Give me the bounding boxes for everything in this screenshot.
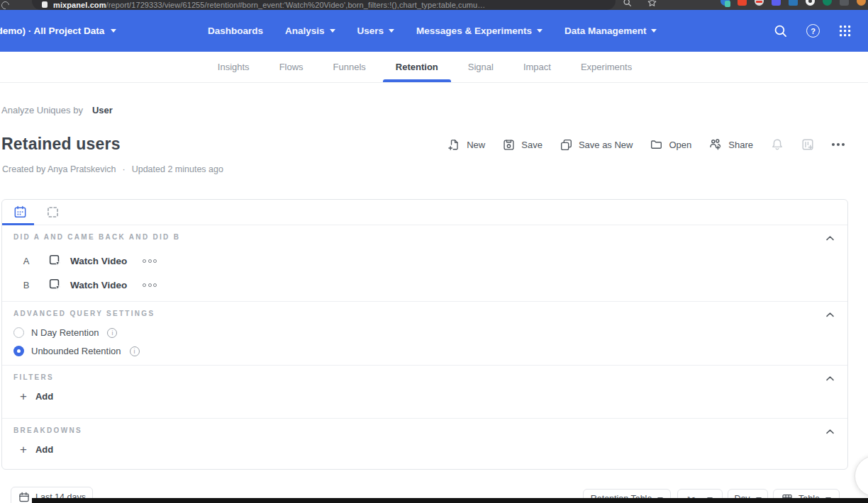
browser-chrome: mixpanel.com/report/1729333/view/61255/r… [0, 0, 868, 10]
calendar-icon [18, 492, 30, 503]
nav-item-label: Data Management [564, 26, 647, 36]
created-by: Created by Anya Pratskevich [2, 164, 116, 174]
advanced-settings-header: ADVANCED QUERY SETTINGS [13, 310, 836, 317]
did-section: DID A AND CAME BACK AND DID B A Watch Vi… [2, 225, 847, 302]
project-name: (demo) · All Project Data [0, 26, 104, 36]
extension-icon[interactable] [755, 0, 764, 6]
tab-retention[interactable]: Retention [393, 52, 441, 82]
search-icon[interactable] [773, 23, 788, 38]
filters-header: FILTERS [13, 373, 836, 381]
extension-icon[interactable] [772, 0, 781, 6]
extension-icon[interactable] [806, 0, 815, 6]
info-icon[interactable]: i [130, 346, 140, 356]
unbounded-retention-option[interactable]: Unbounded Retention i [13, 342, 836, 360]
page-title: Retained users [1, 135, 121, 154]
updated-at: Updated 2 minutes ago [132, 164, 223, 174]
save-as-new-button-label: Save as New [579, 140, 633, 150]
radio-unselected[interactable] [13, 327, 24, 338]
add-breakdown-label: Add [35, 444, 53, 455]
save-as-new-button[interactable]: Save as New [560, 139, 633, 151]
report-meta: Created by Anya Pratskevich · Updated 2 … [2, 164, 223, 174]
query-card-tabs [2, 200, 847, 225]
save-icon [503, 139, 515, 151]
tab-funnels[interactable]: Funnels [330, 52, 369, 82]
radio-label: Unbounded Retention [31, 346, 121, 356]
save-button[interactable]: Save [503, 139, 542, 151]
share-users-icon [709, 138, 722, 151]
add-to-board-icon[interactable] [801, 138, 814, 151]
event-cursor-icon [48, 254, 62, 268]
chevron-down-icon [330, 29, 335, 33]
step-label: A [19, 256, 33, 266]
chevron-up-icon[interactable] [824, 373, 836, 385]
nav-item-dashboards[interactable]: Dashboards [208, 26, 263, 36]
extension-icon[interactable] [738, 0, 747, 6]
help-glyph: ? [811, 27, 816, 35]
apps-grid-icon[interactable] [838, 24, 852, 38]
help-fab-button[interactable] [855, 456, 868, 497]
nav-item-data-management[interactable]: Data Management [564, 26, 657, 36]
event-selector[interactable]: Watch Video [70, 280, 127, 290]
chevron-up-icon[interactable] [824, 309, 836, 321]
tab-flows[interactable]: Flows [277, 52, 306, 82]
event-options-button[interactable] [143, 283, 157, 287]
open-button-label: Open [669, 140, 691, 150]
tab-insights[interactable]: Insights [215, 52, 252, 82]
folder-icon [650, 139, 662, 151]
reload-icon[interactable] [0, 0, 11, 10]
add-filter-label: Add [35, 391, 53, 402]
extension-icon[interactable] [857, 0, 866, 6]
info-icon[interactable]: i [107, 328, 117, 338]
query-builder-card: DID A AND CAME BACK AND DID B A Watch Vi… [1, 199, 848, 470]
nav-item-label: Users [357, 26, 384, 36]
new-button[interactable]: New [448, 139, 485, 151]
extension-icon[interactable] [840, 0, 849, 6]
extension-icon[interactable] [823, 0, 832, 6]
nav-right: ? [773, 10, 852, 52]
info-glyph: i [134, 348, 135, 355]
event-cursor-icon [48, 278, 62, 292]
events-tab-calendar-icon[interactable] [13, 205, 27, 219]
project-switcher[interactable]: (demo) · All Project Data [0, 10, 116, 52]
save-button-label: Save [521, 140, 542, 150]
tab-signal[interactable]: Signal [465, 52, 496, 82]
omnibox-search-icon[interactable] [623, 0, 632, 10]
help-icon[interactable]: ? [806, 24, 820, 38]
url-bar[interactable]: mixpanel.com/report/1729333/view/61255/r… [32, 0, 616, 10]
chevron-down-icon [537, 29, 542, 33]
add-breakdown-button[interactable]: + Add [13, 443, 836, 456]
open-button[interactable]: Open [650, 139, 691, 151]
chevron-up-icon[interactable] [824, 232, 836, 244]
extension-icon[interactable] [720, 0, 730, 6]
event-selector[interactable]: Watch Video [70, 256, 127, 266]
n-day-retention-option[interactable]: N Day Retention i [13, 324, 836, 341]
extension-row [720, 0, 866, 6]
event-options-button[interactable] [143, 259, 157, 263]
analyze-label: Analyze Uniques by [1, 105, 83, 115]
meta-separator: · [123, 164, 126, 174]
top-navbar: (demo) · All Project Data Dashboards Ana… [0, 10, 868, 52]
bookmark-star-icon[interactable] [647, 0, 657, 10]
chevron-up-icon[interactable] [824, 426, 836, 438]
nav-item-users[interactable]: Users [357, 26, 395, 36]
analyze-entity-selector[interactable]: User [92, 105, 113, 115]
tab-impact[interactable]: Impact [521, 52, 554, 82]
breakdowns-header: BREAKDOWNS [13, 426, 836, 434]
background-window-strip [32, 498, 868, 503]
alerts-bell-icon[interactable] [771, 138, 784, 151]
radio-selected[interactable] [13, 346, 24, 356]
site-info-icon[interactable] [42, 1, 48, 8]
retention-type-options: N Day Retention i Unbounded Retention i [13, 324, 836, 360]
event-row-a: A Watch Video [13, 249, 836, 273]
nav-items: Dashboards Analysis Users Messages & Exp… [208, 10, 657, 52]
nav-item-analysis[interactable]: Analysis [285, 26, 335, 36]
plus-icon: + [20, 390, 27, 402]
more-options-button[interactable] [832, 143, 845, 146]
nav-item-label: Messages & Experiments [416, 26, 532, 36]
add-filter-button[interactable]: + Add [13, 390, 836, 402]
nav-item-messages-experiments[interactable]: Messages & Experiments [416, 26, 542, 36]
extension-icon[interactable] [789, 0, 798, 6]
selection-tab-marquee-icon[interactable] [46, 205, 60, 219]
tab-experiments[interactable]: Experiments [578, 52, 635, 82]
share-button[interactable]: Share [709, 138, 753, 151]
